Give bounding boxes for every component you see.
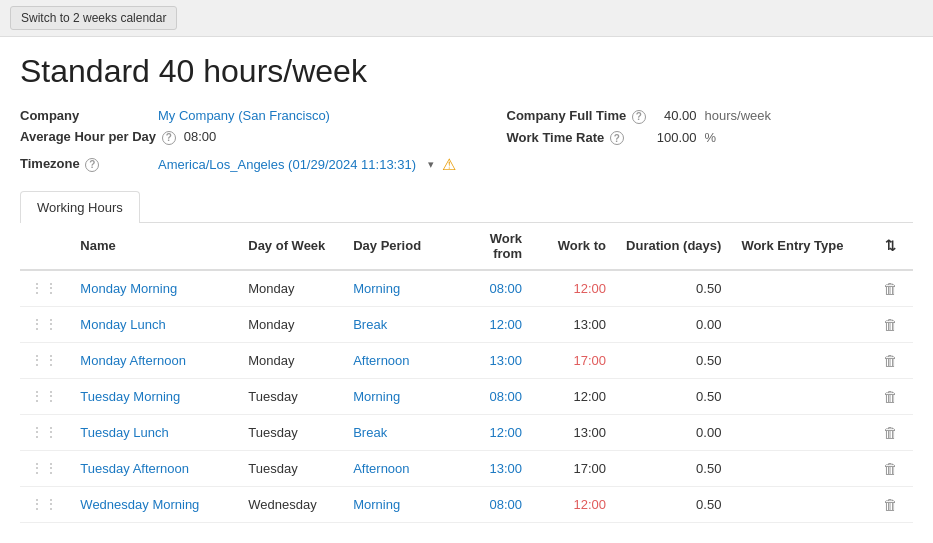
work-time-rate-unit: % xyxy=(705,130,717,145)
page-title: Standard 40 hours/week xyxy=(20,53,913,90)
delete-row-button[interactable]: 🗑 xyxy=(879,422,902,443)
row-delete-cell: 🗑 xyxy=(868,486,913,522)
table-header-row: Name Day of Week Day Period Work from Wo… xyxy=(20,223,913,270)
delete-row-button[interactable]: 🗑 xyxy=(879,350,902,371)
company-field-row: Company My Company (San Francisco) xyxy=(20,108,467,123)
company-full-time-label: Company Full Time ? xyxy=(507,108,647,124)
delete-row-button[interactable]: 🗑 xyxy=(879,494,902,515)
switch-calendar-button[interactable]: Switch to 2 weeks calendar xyxy=(10,6,177,30)
delete-row-button[interactable]: 🗑 xyxy=(879,314,902,335)
col-header-period: Day Period xyxy=(343,223,448,270)
row-work-from: 12:00 xyxy=(448,306,532,342)
table-row: ⋮⋮ Monday Morning Monday Morning 08:00 1… xyxy=(20,270,913,307)
col-header-name: Name xyxy=(70,223,238,270)
company-full-time-unit: hours/week xyxy=(705,108,771,123)
row-work-from: 13:00 xyxy=(448,342,532,378)
drag-handle[interactable]: ⋮⋮ xyxy=(20,270,70,307)
row-entry-type xyxy=(731,450,867,486)
drag-handle[interactable]: ⋮⋮ xyxy=(20,414,70,450)
company-full-time-help-icon[interactable]: ? xyxy=(632,110,646,124)
drag-handle[interactable]: ⋮⋮ xyxy=(20,342,70,378)
col-header-duration: Duration (days) xyxy=(616,223,731,270)
row-duration: 0.50 xyxy=(616,378,731,414)
row-entry-type xyxy=(731,342,867,378)
drag-handle[interactable]: ⋮⋮ xyxy=(20,378,70,414)
fields-section: Company My Company (San Francisco) Avera… xyxy=(20,108,913,174)
avg-hour-label: Average Hour per Day ? xyxy=(20,129,176,145)
row-delete-cell: 🗑 xyxy=(868,306,913,342)
row-period: Break xyxy=(343,306,448,342)
col-header-action[interactable]: ⇅ xyxy=(868,223,913,270)
row-work-to: 17:00 xyxy=(532,342,616,378)
timezone-row: Timezone ? America/Los_Angeles (01/29/20… xyxy=(20,155,467,174)
company-full-time-value: 40.00 xyxy=(647,108,697,123)
row-delete-cell: 🗑 xyxy=(868,450,913,486)
row-duration: 0.00 xyxy=(616,414,731,450)
row-duration: 0.00 xyxy=(616,306,731,342)
delete-row-button[interactable]: 🗑 xyxy=(879,386,902,407)
col-header-from: Work from xyxy=(448,223,532,270)
table-row: ⋮⋮ Wednesday Morning Wednesday Morning 0… xyxy=(20,486,913,522)
timezone-label: Timezone ? xyxy=(20,156,150,172)
row-duration: 0.50 xyxy=(616,342,731,378)
tab-working-hours[interactable]: Working Hours xyxy=(20,191,140,223)
timezone-dropdown-icon[interactable]: ▾ xyxy=(428,158,434,171)
work-time-rate-row: Work Time Rate ? 100.00 % xyxy=(507,130,914,146)
avg-hour-help-icon[interactable]: ? xyxy=(162,131,176,145)
left-fields: Company My Company (San Francisco) Avera… xyxy=(20,108,467,174)
drag-handle[interactable]: ⋮⋮ xyxy=(20,306,70,342)
row-work-from: 08:00 xyxy=(448,378,532,414)
right-fields: Company Full Time ? 40.00 hours/week Wor… xyxy=(467,108,914,174)
col-header-entry: Work Entry Type xyxy=(731,223,867,270)
work-time-rate-help-icon[interactable]: ? xyxy=(610,131,624,145)
row-work-to: 12:00 xyxy=(532,378,616,414)
row-name[interactable]: Tuesday Lunch xyxy=(70,414,238,450)
row-delete-cell: 🗑 xyxy=(868,414,913,450)
row-dow: Monday xyxy=(238,342,343,378)
row-period: Break xyxy=(343,414,448,450)
company-full-time-row: Company Full Time ? 40.00 hours/week xyxy=(507,108,914,124)
table-body: ⋮⋮ Monday Morning Monday Morning 08:00 1… xyxy=(20,270,913,523)
avg-hour-field-row: Average Hour per Day ? 08:00 xyxy=(20,129,467,145)
row-dow: Tuesday xyxy=(238,378,343,414)
table-row: ⋮⋮ Tuesday Morning Tuesday Morning 08:00… xyxy=(20,378,913,414)
delete-row-button[interactable]: 🗑 xyxy=(879,278,902,299)
row-name[interactable]: Monday Morning xyxy=(70,270,238,307)
avg-hour-value: 08:00 xyxy=(184,129,217,144)
row-period: Morning xyxy=(343,378,448,414)
table-row: ⋮⋮ Monday Lunch Monday Break 12:00 13:00… xyxy=(20,306,913,342)
company-label: Company xyxy=(20,108,150,123)
main-content: Standard 40 hours/week Company My Compan… xyxy=(0,37,933,539)
work-time-rate-value: 100.00 xyxy=(647,130,697,145)
row-period: Afternoon xyxy=(343,342,448,378)
company-value[interactable]: My Company (San Francisco) xyxy=(158,108,330,123)
row-dow: Tuesday xyxy=(238,414,343,450)
row-name[interactable]: Tuesday Morning xyxy=(70,378,238,414)
row-name[interactable]: Monday Lunch xyxy=(70,306,238,342)
row-duration: 0.50 xyxy=(616,450,731,486)
row-work-to: 12:00 xyxy=(532,270,616,307)
col-header-to: Work to xyxy=(532,223,616,270)
timezone-help-icon[interactable]: ? xyxy=(85,158,99,172)
row-work-from: 12:00 xyxy=(448,414,532,450)
row-name[interactable]: Monday Afternoon xyxy=(70,342,238,378)
row-delete-cell: 🗑 xyxy=(868,270,913,307)
work-time-rate-label: Work Time Rate ? xyxy=(507,130,647,146)
drag-handle[interactable]: ⋮⋮ xyxy=(20,450,70,486)
drag-handle[interactable]: ⋮⋮ xyxy=(20,486,70,522)
col-header-drag xyxy=(20,223,70,270)
row-entry-type xyxy=(731,486,867,522)
row-delete-cell: 🗑 xyxy=(868,342,913,378)
row-name[interactable]: Wednesday Morning xyxy=(70,486,238,522)
delete-row-button[interactable]: 🗑 xyxy=(879,458,902,479)
row-dow: Wednesday xyxy=(238,486,343,522)
row-work-from: 08:00 xyxy=(448,270,532,307)
timezone-value[interactable]: America/Los_Angeles (01/29/2024 11:13:31… xyxy=(158,157,416,172)
row-entry-type xyxy=(731,414,867,450)
col-header-dow: Day of Week xyxy=(238,223,343,270)
row-entry-type xyxy=(731,270,867,307)
row-name[interactable]: Tuesday Afternoon xyxy=(70,450,238,486)
row-duration: 0.50 xyxy=(616,270,731,307)
row-work-to: 13:00 xyxy=(532,306,616,342)
timezone-warning-icon: ⚠ xyxy=(442,155,456,174)
